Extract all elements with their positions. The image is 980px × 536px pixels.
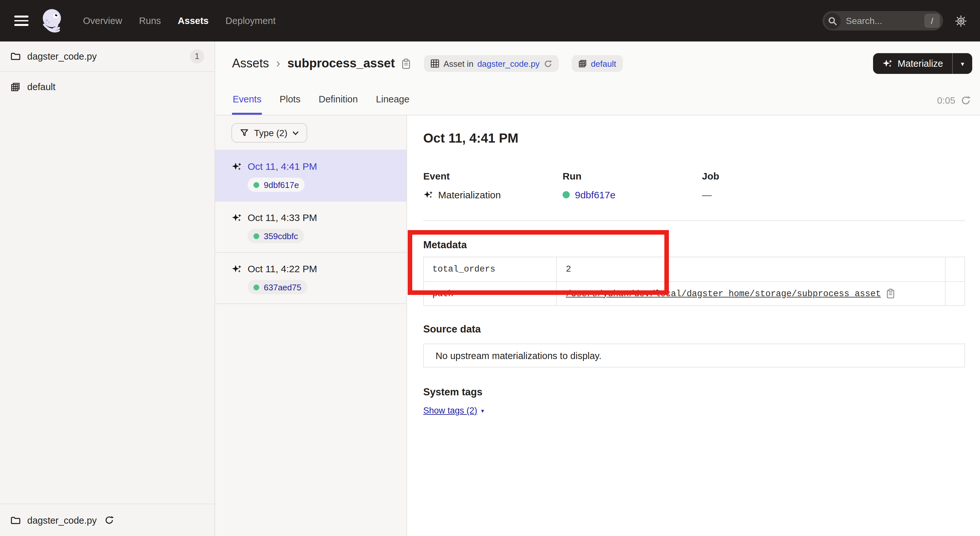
event-column-label: Event (423, 170, 563, 181)
metadata-value: 2 (566, 264, 571, 274)
sidebar-item-code-location[interactable]: dagster_code.py 1 (0, 41, 215, 72)
copy-asset-name-icon[interactable] (401, 58, 411, 69)
event-info-grid: Event Materialization Run (423, 170, 965, 201)
metadata-key: path (424, 282, 557, 305)
run-status-dot (253, 182, 259, 188)
asset-group-icon (578, 59, 587, 68)
event-list-item[interactable]: Oct 11, 4:33 PM 359cdbfc (215, 202, 406, 253)
run-id-pill[interactable]: 359cdbfc (248, 229, 304, 243)
event-type-value: Materialization (438, 189, 501, 200)
job-column-label: Job (702, 170, 841, 181)
events-content: Type (2) Oct 11, 4:41 PM (215, 115, 980, 536)
asset-header: Assets › subprocess_asset (215, 41, 980, 115)
metadata-path-link[interactable]: /Users/yuhan/dev/local/dagster_home/stor… (566, 289, 881, 299)
sidebar-footer-code-location: dagster_code.py (0, 504, 215, 536)
event-list-item[interactable]: Oct 11, 4:41 PM 9dbf617e (215, 150, 406, 202)
asset-tabs: Events Plots Definition Lineage 0:05 (215, 86, 980, 115)
breadcrumb-separator: › (276, 56, 280, 71)
event-date-link[interactable]: Oct 11, 4:22 PM (248, 263, 317, 274)
materialize-button[interactable]: Materialize ▾ (873, 53, 972, 74)
asset-group-link[interactable]: default (591, 59, 616, 68)
hamburger-menu-icon[interactable] (14, 16, 29, 26)
source-data-heading: Source data (423, 323, 965, 335)
footer-code-location-label: dagster_code.py (27, 515, 97, 525)
materialization-sparkle-icon (231, 212, 242, 223)
sparkle-icon (882, 58, 892, 69)
event-detail-title: Oct 11, 4:41 PM (423, 131, 965, 146)
filter-funnel-icon (240, 128, 249, 137)
event-list-panel: Type (2) Oct 11, 4:41 PM (215, 115, 407, 536)
badge-prefix: Asset in (443, 59, 474, 68)
reload-code-location-icon[interactable] (104, 515, 114, 525)
event-date-link[interactable]: Oct 11, 4:41 PM (248, 161, 317, 172)
run-id-link[interactable]: 9dbf617e (575, 189, 616, 200)
breadcrumb-assets-link[interactable]: Assets (232, 56, 269, 71)
tab-lineage[interactable]: Lineage (375, 86, 410, 115)
show-tags-toggle[interactable]: Show tags (2) ▾ (423, 406, 484, 415)
code-location-link[interactable]: dagster_code.py (477, 59, 539, 68)
code-location-badge[interactable]: Asset in dagster_code.py (424, 55, 558, 72)
search-icon (824, 13, 841, 29)
page-title: subprocess_asset (288, 56, 395, 71)
run-id-pill[interactable]: 637aed75 (248, 280, 307, 294)
type-filter-label: Type (2) (254, 128, 288, 138)
nav-item-runs[interactable]: Runs (139, 16, 161, 26)
caret-down-icon: ▾ (481, 407, 484, 414)
refresh-icon[interactable] (961, 95, 971, 105)
grid-icon (430, 59, 439, 68)
tab-definition[interactable]: Definition (318, 86, 358, 115)
main-area: Assets › subprocess_asset (215, 41, 980, 536)
folder-icon (10, 51, 21, 62)
table-row: path /Users/yuhan/dev/local/dagster_home… (424, 281, 964, 305)
nav-item-deployment[interactable]: Deployment (226, 16, 276, 26)
tab-events[interactable]: Events (232, 86, 262, 115)
job-value: — (702, 189, 712, 200)
tab-plots[interactable]: Plots (279, 86, 301, 115)
asset-group-icon (10, 81, 21, 92)
top-nav: Overview Runs Assets Deployment Search..… (0, 0, 980, 41)
event-detail-panel: Oct 11, 4:41 PM Event Materialization (407, 115, 980, 536)
chevron-down-icon (293, 130, 299, 135)
materialization-sparkle-icon (423, 189, 433, 199)
nav-item-assets[interactable]: Assets (178, 16, 209, 26)
table-gutter-cell (946, 282, 964, 305)
search-placeholder: Search... (846, 16, 924, 26)
source-data-empty-text: No upstream materializations to display. (436, 350, 601, 361)
search-input[interactable]: Search... / (822, 11, 943, 30)
run-id-link[interactable]: 637aed75 (264, 282, 301, 292)
materialization-sparkle-icon (231, 264, 242, 274)
materialize-label: Materialize (898, 58, 943, 69)
table-gutter-cell (946, 257, 964, 281)
breadcrumb: Assets › subprocess_asset (215, 51, 980, 76)
dagster-logo-icon[interactable] (39, 6, 67, 35)
materialize-dropdown-caret[interactable]: ▾ (953, 53, 972, 74)
show-tags-label: Show tags (2) (423, 406, 477, 415)
search-shortcut-key: / (924, 14, 940, 28)
type-filter-button[interactable]: Type (2) (231, 123, 307, 143)
section-divider (423, 220, 965, 221)
run-id-link[interactable]: 9dbf617e (264, 180, 299, 189)
metadata-key: total_orders (424, 257, 557, 281)
event-filter-bar: Type (2) (215, 115, 406, 150)
timer-value: 0:05 (937, 95, 955, 105)
settings-gear-icon[interactable] (955, 14, 967, 27)
event-list-item[interactable]: Oct 11, 4:22 PM 637aed75 (215, 253, 406, 304)
copy-path-icon[interactable] (886, 288, 895, 299)
event-date-link[interactable]: Oct 11, 4:33 PM (248, 212, 317, 223)
dagster-app: Overview Runs Assets Deployment Search..… (0, 0, 980, 536)
run-id-link[interactable]: 359cdbfc (264, 231, 298, 241)
asset-groups-sidebar: dagster_code.py 1 default dagster_code.p… (0, 41, 215, 536)
sidebar-item-default-group[interactable]: default (0, 72, 215, 101)
run-id-pill[interactable]: 9dbf617e (248, 178, 305, 192)
system-tags-heading: System tags (423, 386, 965, 398)
run-status-dot (253, 284, 259, 290)
asset-group-badge[interactable]: default (571, 55, 622, 72)
reload-icon[interactable] (544, 59, 552, 68)
sidebar-item-label: default (27, 81, 204, 92)
materialization-sparkle-icon (231, 161, 242, 172)
folder-icon (10, 515, 21, 525)
run-column-label: Run (563, 170, 702, 181)
nav-item-overview[interactable]: Overview (83, 16, 122, 26)
run-status-dot (253, 233, 259, 239)
refresh-timer: 0:05 (937, 86, 971, 115)
